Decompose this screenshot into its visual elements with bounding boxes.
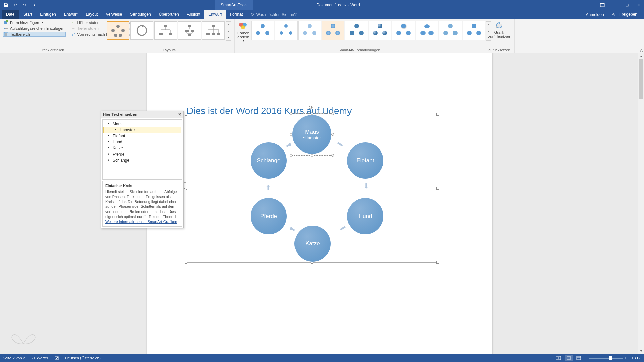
tab-format[interactable]: Format [226,10,247,19]
textbereich-button[interactable]: Textbereich [3,32,66,37]
resize-handle[interactable] [185,113,187,116]
svg-rect-25 [206,33,210,35]
list-item[interactable]: Hund [103,139,181,145]
tab-sendungen[interactable]: Sendungen [126,10,155,19]
close-button[interactable]: ✕ [633,0,644,10]
status-language[interactable]: Deutsch (Österreich) [65,356,101,360]
group-grafik-erstellen: Form hinzufügen ▾ Aufzählungszeichen hin… [0,19,104,53]
smartart-node-schlange[interactable]: Schlange [251,142,287,179]
tab-layout[interactable]: Layout [82,10,102,19]
list-item[interactable]: Katze [103,145,181,151]
list-item[interactable]: Maus [103,121,181,127]
svg-rect-17 [164,25,167,27]
style-thumb-3[interactable] [298,21,321,40]
undo-button[interactable]: ↶ [11,1,19,9]
tab-datei[interactable]: Datei [2,10,19,19]
svg-point-32 [265,31,269,35]
minimize-button[interactable]: ─ [610,0,621,10]
style-thumb-4[interactable] [322,21,344,40]
smartart-node-pferde[interactable]: Pferde [251,198,287,234]
list-item[interactable]: Schlange [103,157,181,163]
cycle-arrow-icon: ➡ [337,224,348,235]
status-page[interactable]: Seite 2 von 2 [3,356,25,360]
zoom-in-button[interactable]: + [625,356,627,360]
text-input-pane[interactable]: Hier Text eingeben ✕ Maus Hamster Elefan… [101,111,184,228]
collapse-ribbon-button[interactable]: ⋀ [640,48,643,52]
style-thumb-9[interactable] [439,21,462,40]
style-thumb-2[interactable] [275,21,298,40]
selection-box [291,113,333,156]
smartart-node-hund[interactable]: Hund [347,198,383,234]
layouts-gallery-more[interactable]: ▴▾▾ [226,21,231,41]
layout-thumb-2[interactable] [130,21,153,40]
zoom-track[interactable] [589,358,623,359]
layout-thumb-5[interactable] [202,21,225,40]
scroll-down-icon[interactable]: ▼ [638,348,644,354]
resize-handle[interactable] [436,261,439,264]
tab-smartart-entwurf[interactable]: Entwurf [204,10,226,19]
svg-point-49 [401,24,406,28]
zoom-out-button[interactable]: − [585,356,587,360]
aufzaehlung-button[interactable]: Aufzählungszeichen hinzufügen [3,26,66,31]
style-thumb-5[interactable] [345,21,368,40]
style-thumb-1[interactable] [251,21,274,40]
document-area[interactable]: Dies ist der Word 2016 Kurs auf Udemy ⟳ … [0,53,638,354]
redo-button[interactable]: ↷ [21,1,29,9]
zoom-thumb[interactable] [609,356,612,360]
tab-entwurf[interactable]: Entwurf [60,10,82,19]
form-hinzufuegen-button[interactable]: Form hinzufügen ▾ [3,20,66,25]
text-pane-list[interactable]: Maus Hamster Elefant Hund Katze Pferde S… [102,119,182,180]
vertical-scrollbar[interactable]: ▲ ▼ [638,53,644,354]
style-thumb-8[interactable] [416,21,438,40]
smartart-node-katze[interactable]: Katze [294,226,331,262]
grafik-zuruecksetzen-button[interactable]: Grafik zurücksetzen [487,20,512,39]
status-proofing-icon[interactable] [54,356,59,360]
svg-rect-8 [5,27,8,27]
list-item[interactable]: Elefant [103,133,181,139]
style-thumb-10[interactable] [463,21,485,40]
svg-rect-65 [567,356,570,360]
svg-point-34 [284,24,288,28]
list-item-selected[interactable]: Hamster [103,127,181,133]
scroll-up-icon[interactable]: ▲ [638,53,644,59]
text-pane-header[interactable]: Hier Text eingeben ✕ [101,111,183,118]
qat-customize-button[interactable]: ▾ [30,1,38,9]
layout-thumb-3[interactable] [154,21,177,40]
tell-me-search[interactable]: Was möchten Sie tun? [247,11,300,19]
anmelden-link[interactable]: Anmelden [584,11,606,19]
status-words[interactable]: 21 Wörter [31,356,48,360]
tab-verweise[interactable]: Verweise [102,10,126,19]
rotate-handle-icon[interactable]: ⟳ [309,104,313,111]
resize-handle[interactable] [436,187,439,190]
view-web-layout[interactable] [575,355,583,361]
resize-handle[interactable] [185,261,187,264]
tell-me-placeholder: Was möchten Sie tun? [256,12,297,17]
view-print-layout[interactable] [565,355,573,361]
ribbon-display-options[interactable] [598,0,607,10]
maximize-button[interactable]: ▢ [621,0,633,10]
save-button[interactable] [2,1,10,9]
smartart-frame[interactable]: ⟳ ▸ Maus •Hamster Elefant [186,114,438,263]
freigeben-button[interactable]: Freigeben [609,10,641,19]
style-thumb-6[interactable] [369,21,391,40]
scroll-thumb[interactable] [639,59,643,99]
layout-thumb-1[interactable] [107,21,129,40]
smartart-info-link[interactable]: Weitere Informationen zu SmartArt-Grafik… [105,220,177,224]
resize-handle[interactable] [436,113,439,116]
zoom-level[interactable]: 130% [632,356,641,360]
tab-start[interactable]: Start [19,10,36,19]
style-thumb-7[interactable] [392,21,415,40]
group-label-layouts: Layouts [107,47,232,52]
smartart-node-elefant[interactable]: Elefant [347,142,383,179]
tab-einfuegen[interactable]: Einfügen [36,10,60,19]
farben-aendern-button[interactable]: Farben ändern▾ [237,20,249,43]
status-bar: Seite 2 von 2 21 Wörter Deutsch (Österre… [0,354,644,362]
list-item[interactable]: Pferde [103,151,181,157]
view-read-mode[interactable] [554,355,562,361]
group-layouts: ▴▾▾ Layouts [104,19,235,53]
tab-ueberpruefen[interactable]: Überprüfen [155,10,183,19]
layout-thumb-4[interactable] [178,21,201,40]
tab-ansicht[interactable]: Ansicht [183,10,204,19]
zoom-slider[interactable]: − + [585,356,627,360]
text-pane-close-icon[interactable]: ✕ [178,112,181,117]
